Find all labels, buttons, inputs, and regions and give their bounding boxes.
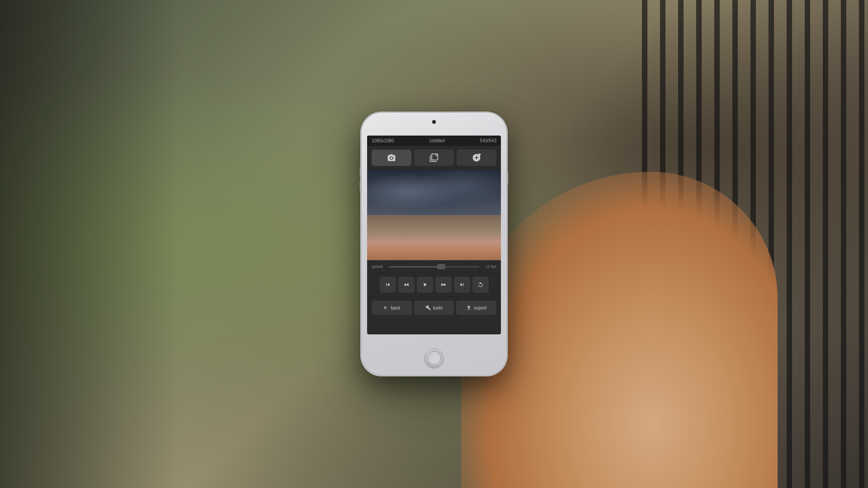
speed-value: 15 fps [483,264,496,269]
tools-label: tools [433,305,443,310]
svg-point-1 [478,154,481,156]
home-button-inner [427,351,441,365]
rewind-icon [403,282,410,288]
front-camera [432,120,436,124]
speed-control: speed 15 fps [367,261,501,272]
back-button[interactable]: back [372,300,412,315]
rooftops [367,215,501,260]
frame-count-label: 543/543 [480,138,496,143]
left-dark-overlay [0,0,181,488]
camera-icon [387,153,396,162]
power-button[interactable] [506,172,508,185]
export-button[interactable]: export [456,300,496,315]
home-button[interactable] [425,349,443,367]
play-button[interactable] [417,277,433,293]
tools-button[interactable]: tools [414,300,454,315]
loop-icon [477,282,484,288]
speed-slider-track[interactable] [389,266,479,267]
toolbar [367,146,501,169]
export-icon [466,305,472,310]
speed-label: speed [372,264,385,269]
back-label: back [391,305,400,310]
camera-tool-button[interactable] [372,150,411,166]
speed-slider-fill [389,266,443,267]
skip-to-start-icon [385,282,391,288]
action-bar: back tools export [367,297,501,319]
loop-button[interactable] [472,277,489,293]
phone-wrapper: 1080x1080 Untitled 543/543 [362,113,506,375]
fast-forward-icon [440,282,447,288]
settings-tool-button[interactable] [457,150,496,166]
svg-point-0 [435,155,437,156]
title-label: Untitled [429,138,445,143]
transform-tool-button[interactable] [414,150,454,166]
image-preview [367,170,501,260]
volume-up-button[interactable] [360,167,362,177]
tools-icon [425,305,431,310]
phone-body: 1080x1080 Untitled 543/543 [362,113,506,375]
fast-forward-button[interactable] [435,277,452,293]
speed-slider-thumb[interactable] [437,264,445,269]
skip-to-start-button[interactable] [380,277,396,293]
screen-header: 1080x1080 Untitled 543/543 [367,136,501,146]
rewind-button[interactable] [398,277,415,293]
export-label: export [474,305,486,310]
skip-to-end-icon [459,282,465,288]
skip-to-end-button[interactable] [454,277,470,293]
back-icon [383,305,388,310]
resolution-label: 1080x1080 [372,138,394,143]
transform-icon [429,153,439,162]
volume-down-button[interactable] [360,181,362,191]
phone-screen: 1080x1080 Untitled 543/543 [367,136,501,334]
playback-controls [367,273,501,296]
settings-plus-icon [472,153,481,162]
play-icon [422,282,428,288]
